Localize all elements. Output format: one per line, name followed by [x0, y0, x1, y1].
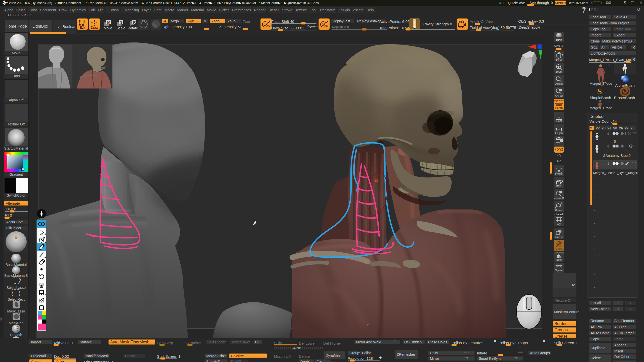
svg-text:BPR: BPR	[556, 38, 562, 41]
svg-text:Transp: Transp	[555, 236, 563, 239]
svg-text:Move: Move	[556, 185, 562, 188]
svg-text:Zoom3D: Zoom3D	[554, 197, 564, 200]
svg-text:Edit: Edit	[80, 26, 85, 29]
svg-text:J Anatomy Step-2: J Anatomy Step-2	[603, 154, 631, 158]
svg-text:D: D	[326, 24, 328, 28]
svg-text:S: S	[597, 87, 602, 96]
svg-text:Merged_TPose1_: Merged_TPose1_	[590, 106, 612, 110]
svg-text:PolyF: PolyF	[556, 222, 562, 225]
svg-text:SPix 3: SPix 3	[554, 44, 563, 48]
svg-text:Xpose: Xpose	[555, 269, 563, 272]
svg-text:S: S	[268, 24, 270, 28]
svg-text:x1: x1	[559, 76, 562, 79]
svg-text:↻XYZ: ↻XYZ	[555, 148, 563, 151]
svg-text:Persp: Persp	[555, 106, 562, 109]
svg-text:↻Y: ↻Y	[557, 154, 561, 157]
svg-text:Solo: Solo	[556, 258, 561, 261]
svg-text:Floor: Floor	[556, 119, 562, 122]
svg-text:Rotate: Rotate	[128, 26, 138, 30]
svg-text:Dynamic: Dynamic	[554, 99, 564, 102]
svg-text:Merged_TPose1_Ryan_Kingslie: Merged_TPose1_Ryan_Kingslie	[593, 171, 637, 175]
svg-text:3: 3	[609, 63, 610, 67]
svg-text:3: 3	[609, 100, 610, 104]
svg-text:4: 4	[624, 71, 626, 74]
svg-text:5: 5	[614, 140, 616, 144]
svg-text:Merged_TPose1_: Merged_TPose1_	[590, 82, 612, 85]
svg-text:Line Fill: Line Fill	[554, 213, 564, 216]
svg-text:Zoom: Zoom	[556, 70, 562, 73]
svg-text:Scale: Scale	[116, 26, 125, 30]
svg-text:Frame: Frame	[555, 172, 563, 175]
svg-text:L.Sym: L.Sym	[555, 131, 563, 134]
svg-text:Move: Move	[104, 26, 112, 30]
svg-text:Scroll: Scroll	[556, 58, 562, 61]
svg-text:Ghost: Ghost	[555, 247, 562, 250]
svg-text:AAHalf: AAHalf	[555, 94, 563, 97]
svg-text:Rotate: Rotate	[555, 209, 563, 212]
svg-text:Draw: Draw	[91, 26, 98, 29]
svg-text:↻Z: ↻Z	[557, 159, 561, 163]
svg-text:S: S	[120, 20, 123, 24]
svg-text:R: R	[133, 20, 136, 24]
svg-text:Actual: Actual	[555, 82, 562, 85]
svg-text:M: M	[107, 20, 110, 24]
